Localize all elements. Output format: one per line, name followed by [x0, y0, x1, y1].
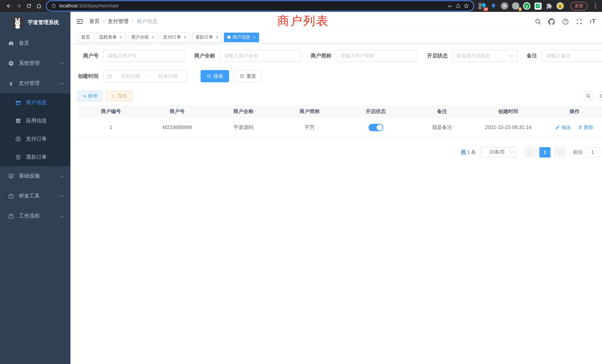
extensions-puzzle-icon[interactable] — [545, 2, 553, 10]
help-icon[interactable] — [562, 18, 569, 25]
close-icon[interactable]: × — [253, 35, 256, 40]
tab-merchant-info[interactable]: 商户信息× — [224, 32, 259, 42]
browser-forward-button[interactable] — [14, 1, 24, 11]
edit-link[interactable]: 修改 — [556, 124, 571, 131]
merchant-no-input[interactable] — [103, 50, 185, 62]
extension-kite-icon[interactable] — [490, 2, 497, 10]
col-header-status: 开启状态 — [343, 105, 409, 118]
sidebar-item-home[interactable]: 首页 — [0, 33, 70, 53]
briefcase-icon — [8, 193, 14, 199]
browser-home-button[interactable] — [34, 1, 44, 11]
breadcrumb-home[interactable]: 首页 — [89, 18, 100, 25]
sidebar-item-workflow[interactable]: 工作流程 — [0, 206, 70, 226]
browser-profile-avatar[interactable] — [556, 2, 564, 10]
sidebar-item-dev-tools[interactable]: 研发工具 — [0, 186, 70, 206]
pagination: 共 1 条 10条/页 ‹ 1 › 前往 页 — [78, 147, 602, 157]
github-icon[interactable] — [548, 18, 555, 25]
page-1-button[interactable]: 1 — [539, 147, 550, 157]
sidebar-item-infrastructure[interactable]: 基础设施 — [0, 166, 70, 186]
close-icon[interactable]: × — [216, 35, 218, 40]
fullscreen-icon[interactable] — [576, 18, 583, 25]
remark-input[interactable] — [542, 50, 602, 62]
sidebar-item-label: 基础设施 — [19, 173, 40, 179]
browser-back-button[interactable] — [4, 1, 14, 11]
close-icon[interactable]: × — [183, 35, 186, 40]
short-name-input[interactable] — [336, 50, 417, 62]
search-button[interactable]: 搜索 — [201, 70, 229, 82]
tab-home[interactable]: 首页 — [78, 32, 93, 42]
start-date-placeholder: 开始日期 — [116, 73, 145, 79]
cell-create-time: 2021-10-23 08:31:14 — [475, 118, 541, 138]
table-row: 1 M233666999 芋道源码 芋艿 我是备注 2021-10-23 08:… — [78, 118, 602, 138]
sidebar-collapse-icon[interactable] — [76, 18, 83, 25]
navbar-actions: TT — [535, 14, 602, 29]
pagination-total: 共 1 条 — [461, 149, 476, 156]
chevron-up-icon — [60, 81, 64, 86]
browser-reload-button[interactable] — [24, 1, 34, 11]
full-name-label: 商户全称 — [194, 53, 215, 59]
extension-blue-diamond-icon[interactable]: 10 — [479, 2, 486, 10]
sidebar-item-refund-order[interactable]: 退款订单 — [0, 148, 70, 166]
storefront-icon — [15, 99, 21, 106]
add-button[interactable]: + 新增 — [78, 91, 102, 101]
payment-submenu: 商户信息 应用信息 支付订单 — [0, 93, 70, 166]
breadcrumb-separator: / — [132, 19, 133, 24]
sidebar-item-app-info[interactable]: 应用信息 — [0, 112, 70, 130]
goto-page-input[interactable] — [585, 147, 600, 157]
font-size-icon[interactable]: TT — [589, 18, 596, 25]
monitor-icon — [8, 173, 14, 179]
url-text: localhost:1024/pay/merchant — [59, 3, 119, 9]
site-info-icon[interactable] — [51, 3, 56, 9]
table-refresh-button[interactable] — [597, 91, 602, 101]
chevron-down-icon — [60, 174, 64, 178]
reset-button[interactable]: 重置 — [234, 70, 262, 82]
url-host: localhost — [59, 3, 78, 9]
breadcrumb-payment[interactable]: 支付管理 — [108, 18, 129, 25]
close-icon[interactable]: × — [151, 35, 154, 40]
browser-update-button[interactable]: 更新 — [570, 2, 588, 10]
share-icon[interactable] — [456, 3, 461, 9]
next-page-button[interactable]: › — [554, 147, 565, 157]
app-logo[interactable]: 芋道管理系统 — [0, 12, 70, 33]
app-logo-image — [11, 17, 24, 29]
status-select[interactable]: 请选择开启状态 — [452, 50, 517, 62]
password-key-icon[interactable] — [447, 3, 453, 9]
grid-icon — [15, 118, 21, 124]
merchant-no-label: 商户号 — [78, 53, 99, 59]
browser-menu-icon[interactable] — [595, 3, 596, 9]
tab-process-form[interactable]: 流程表单× — [96, 32, 126, 42]
url-bar[interactable]: localhost:1024/pay/merchant — [47, 1, 473, 11]
tab-user-group[interactable]: 用户分组× — [128, 32, 158, 42]
page-size-select[interactable]: 10条/页 — [480, 147, 517, 157]
pencil-icon — [556, 125, 560, 130]
chevron-down-icon — [509, 53, 514, 57]
briefcase-icon — [8, 213, 14, 219]
create-time-label: 创建时间 — [78, 73, 99, 79]
sidebar-item-merchant-info[interactable]: 商户信息 — [0, 93, 70, 112]
sidebar-item-system[interactable]: 系统管理 — [0, 53, 70, 73]
delete-link[interactable]: 删除 — [578, 124, 593, 131]
sidebar-item-payment[interactable]: ¥ 支付管理 — [0, 73, 70, 93]
extension-badge: 1 — [518, 7, 522, 11]
extension-y-icon[interactable]: y — [523, 2, 530, 10]
prev-page-button[interactable]: ‹ — [525, 147, 536, 157]
yen-circle-icon — [15, 136, 21, 142]
tab-refund-order[interactable]: 退款订单× — [192, 32, 222, 42]
status-toggle[interactable] — [368, 124, 383, 131]
close-icon[interactable]: × — [119, 35, 122, 40]
cell-id: 1 — [78, 118, 144, 138]
tab-pay-order[interactable]: 支付订单× — [160, 32, 190, 42]
extension-command-icon[interactable]: ⌘ — [501, 2, 508, 10]
extension-profile-icon[interactable]: 1 — [512, 2, 519, 10]
table-search-toggle-button[interactable] — [583, 91, 593, 101]
app-title: 芋道管理系统 — [28, 19, 59, 26]
full-name-input[interactable] — [219, 50, 301, 62]
top-navbar: 首页 / 支付管理 / 商户信息 — [70, 12, 602, 31]
sidebar-item-pay-order[interactable]: 支付订单 — [0, 130, 70, 148]
trash-icon — [578, 125, 582, 130]
date-range-input[interactable]: 开始日期 - 结束日期 — [103, 70, 187, 82]
extension-chat-icon[interactable] — [534, 2, 542, 10]
bookmark-star-icon[interactable] — [464, 3, 469, 9]
search-icon[interactable] — [535, 18, 542, 25]
export-button[interactable]: 导出 — [106, 91, 132, 101]
